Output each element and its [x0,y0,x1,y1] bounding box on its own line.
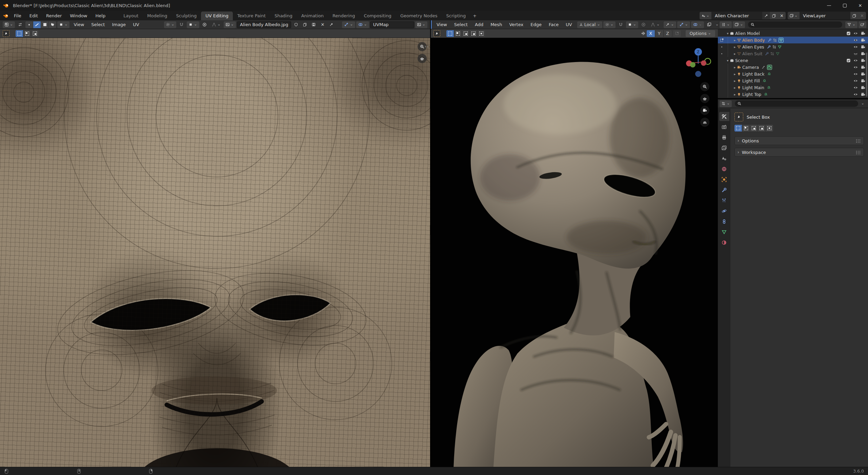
tab-texture-paint[interactable]: Texture Paint [233,12,270,20]
hide-viewport-toggle[interactable] [853,58,858,63]
menu-help[interactable]: Help [92,11,110,20]
tab-shading[interactable]: Shading [270,12,297,20]
uv-proportional-toggle[interactable] [200,21,209,28]
disclosure-icon[interactable]: ▸ [732,65,737,69]
tab-scripting[interactable]: Scripting [442,12,470,20]
scene-pin-button[interactable] [762,12,770,19]
tab-rendering[interactable]: Rendering [328,12,359,20]
select-op-subtract[interactable] [750,125,758,132]
select-op-extend[interactable] [23,30,31,37]
tab-compositing[interactable]: Compositing [359,12,396,20]
outliner-row-alien-eyes[interactable]: ▸ Alien Eyes [718,43,868,50]
hide-viewport-toggle[interactable] [853,38,858,42]
outliner-row-light-top[interactable]: ▸ Light Top [718,91,868,98]
v3d-menu-face[interactable]: Face [546,20,562,29]
active-tool-select-box[interactable] [3,30,9,37]
menu-render[interactable]: Render [42,11,66,20]
uv-menu-uv[interactable]: UV [130,20,142,29]
uv-select-mode-island[interactable] [49,21,56,28]
uv-snap-target-button[interactable] [187,21,199,28]
tab-render[interactable] [719,122,729,132]
outliner-filter-button[interactable] [845,21,857,28]
scene-browse-button[interactable] [700,12,711,19]
mirror-z-button[interactable]: Z [664,30,672,37]
hide-viewport-toggle[interactable] [853,85,858,90]
xray-toggle[interactable] [705,21,713,28]
uv-menu-view[interactable]: View [70,20,87,29]
v3d-menu-edge[interactable]: Edge [527,20,545,29]
hide-viewport-toggle[interactable] [853,45,858,49]
select-op-invert[interactable] [758,125,765,132]
view-layer-new-button[interactable] [850,12,858,19]
maximize-button[interactable] [837,0,852,11]
disclosure-icon[interactable]: ▾ [725,32,730,35]
uv-sticky-selection-button[interactable] [57,21,69,28]
panel-options[interactable]: › Options [734,136,864,145]
outliner-row-scene-collection[interactable]: ▾ Scene [718,57,868,64]
mirror-y-button[interactable]: Y [655,30,663,37]
image-pack-button[interactable] [310,21,318,28]
show-overlays-button[interactable] [691,21,704,28]
disable-render-toggle[interactable] [861,92,865,97]
hide-viewport-toggle[interactable] [853,31,858,36]
tab-geometry-nodes[interactable]: Geometry Nodes [396,12,442,20]
snap-toggle[interactable] [617,21,625,28]
hide-viewport-toggle[interactable] [853,72,858,76]
viewport-camera-button[interactable] [700,106,709,115]
disclosure-icon[interactable]: ▸ [732,45,737,49]
menu-window[interactable]: Window [66,11,91,20]
properties-type-button[interactable] [720,100,732,107]
image-fake-user-toggle[interactable] [292,21,300,28]
viewport-navigation-gizmo[interactable]: Z [684,47,712,79]
active-tool-select-box[interactable] [433,30,440,37]
tab-uv-editing[interactable]: UV Editing [201,12,233,20]
minimize-button[interactable] [821,0,837,11]
uv-overlays-button[interactable] [356,21,369,28]
image-new-button[interactable] [301,21,309,28]
select-op-extend[interactable] [454,30,462,37]
snap-target-button[interactable] [626,21,638,28]
panel-drag-grip[interactable] [856,139,861,142]
image-browse-button[interactable] [224,21,236,28]
tab-animation[interactable]: Animation [297,12,328,20]
viewport-canvas[interactable]: Z [431,38,718,467]
uv-map-select-button[interactable] [415,21,427,28]
uv-pivot-button[interactable] [164,21,176,28]
tab-particles[interactable] [719,196,729,205]
new-collection-button[interactable] [859,21,866,28]
hide-viewport-toggle[interactable] [853,65,858,70]
uv-select-mode-vertex[interactable] [25,21,33,28]
properties-search-input[interactable] [735,100,858,107]
disable-render-toggle[interactable] [861,65,865,70]
scene-new-button[interactable] [770,12,778,19]
tab-tool[interactable] [719,112,729,121]
disable-render-toggle[interactable] [861,45,865,49]
collection-checkbox[interactable] [847,59,850,62]
select-op-invert[interactable] [470,30,477,37]
area-resize-handle[interactable]: ‹› [425,44,429,49]
scene-name[interactable]: Alien Character [711,12,762,19]
outliner-scrollbar[interactable] [866,53,867,97]
tab-sculpting[interactable]: Sculpting [171,12,201,20]
tab-output[interactable] [719,133,729,142]
tab-object-data[interactable] [719,227,729,237]
disclosure-icon[interactable]: ▸ [732,72,737,76]
viewport-pan-button[interactable] [700,94,709,103]
disclosure-icon[interactable]: ▾ [725,59,730,62]
uv-menu-image[interactable]: Image [109,20,129,29]
topology-mirror-button[interactable] [673,30,681,37]
image-name-field[interactable]: Alien Body Albedo.jpg [237,21,291,28]
disable-render-toggle[interactable] [861,79,865,83]
v3d-menu-vertex[interactable]: Vertex [506,20,526,29]
uv-menu-select[interactable]: Select [88,20,108,29]
outliner-type-button[interactable] [720,21,732,28]
disclosure-icon[interactable]: ▸ [732,86,737,90]
select-op-subtract[interactable] [462,30,469,37]
view-layer-delete-button[interactable]: ✕ [858,12,866,19]
select-op-intersect[interactable] [478,30,485,37]
hide-viewport-toggle[interactable] [853,79,858,83]
blender-menu-icon[interactable] [3,13,8,18]
outliner-row-alien-body[interactable]: ▸ Alien Body [718,37,868,43]
uv-snap-toggle[interactable] [177,21,186,28]
tab-scene[interactable] [719,154,729,163]
